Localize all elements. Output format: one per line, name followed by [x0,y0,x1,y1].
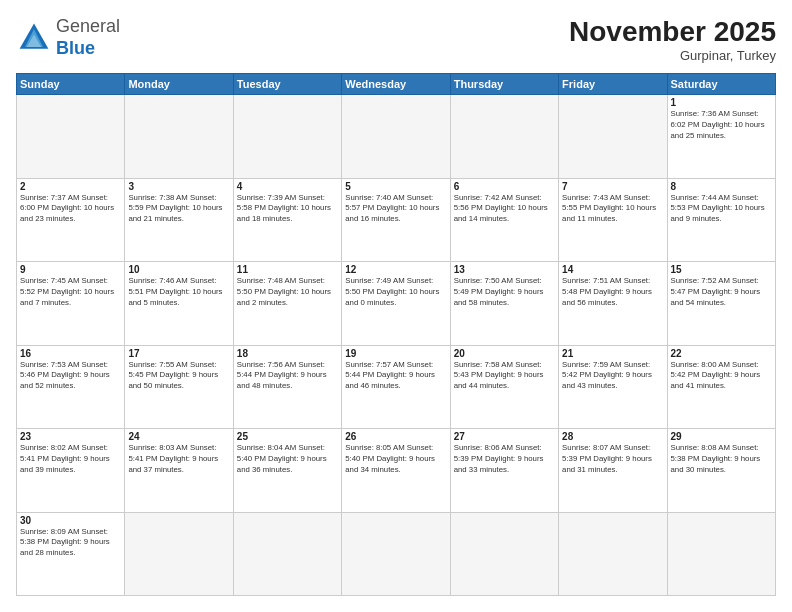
day-info: Sunrise: 7:55 AM Sunset: 5:45 PM Dayligh… [128,360,229,393]
day-number: 29 [671,431,772,442]
calendar-cell [559,95,667,179]
day-number: 7 [562,181,663,192]
day-number: 9 [20,264,121,275]
day-number: 6 [454,181,555,192]
logo-icon [16,20,52,56]
day-number: 21 [562,348,663,359]
calendar-cell: 19Sunrise: 7:57 AM Sunset: 5:44 PM Dayli… [342,345,450,429]
calendar-cell [233,95,341,179]
day-number: 13 [454,264,555,275]
day-info: Sunrise: 7:50 AM Sunset: 5:49 PM Dayligh… [454,276,555,309]
calendar-week-row: 9Sunrise: 7:45 AM Sunset: 5:52 PM Daylig… [17,262,776,346]
calendar-cell: 22Sunrise: 8:00 AM Sunset: 5:42 PM Dayli… [667,345,775,429]
calendar-cell [559,512,667,596]
day-info: Sunrise: 7:59 AM Sunset: 5:42 PM Dayligh… [562,360,663,393]
day-number: 5 [345,181,446,192]
title-block: November 2025 Gurpinar, Turkey [569,16,776,63]
day-number: 3 [128,181,229,192]
day-info: Sunrise: 8:05 AM Sunset: 5:40 PM Dayligh… [345,443,446,476]
day-number: 19 [345,348,446,359]
page: General Blue November 2025 Gurpinar, Tur… [0,0,792,612]
day-number: 14 [562,264,663,275]
day-number: 11 [237,264,338,275]
calendar-cell: 28Sunrise: 8:07 AM Sunset: 5:39 PM Dayli… [559,429,667,513]
day-number: 24 [128,431,229,442]
calendar-day-header: Wednesday [342,74,450,95]
calendar-week-row: 16Sunrise: 7:53 AM Sunset: 5:46 PM Dayli… [17,345,776,429]
day-info: Sunrise: 7:46 AM Sunset: 5:51 PM Dayligh… [128,276,229,309]
day-number: 23 [20,431,121,442]
day-info: Sunrise: 8:06 AM Sunset: 5:39 PM Dayligh… [454,443,555,476]
calendar-header-row: SundayMondayTuesdayWednesdayThursdayFrid… [17,74,776,95]
day-info: Sunrise: 7:39 AM Sunset: 5:58 PM Dayligh… [237,193,338,226]
calendar-cell [125,512,233,596]
calendar-cell [17,95,125,179]
day-number: 20 [454,348,555,359]
day-number: 26 [345,431,446,442]
day-info: Sunrise: 7:56 AM Sunset: 5:44 PM Dayligh… [237,360,338,393]
calendar-day-header: Saturday [667,74,775,95]
day-number: 12 [345,264,446,275]
day-number: 8 [671,181,772,192]
day-info: Sunrise: 7:53 AM Sunset: 5:46 PM Dayligh… [20,360,121,393]
day-number: 10 [128,264,229,275]
calendar-cell [450,95,558,179]
day-info: Sunrise: 7:51 AM Sunset: 5:48 PM Dayligh… [562,276,663,309]
day-number: 16 [20,348,121,359]
day-number: 18 [237,348,338,359]
day-number: 22 [671,348,772,359]
calendar-week-row: 23Sunrise: 8:02 AM Sunset: 5:41 PM Dayli… [17,429,776,513]
day-info: Sunrise: 7:38 AM Sunset: 5:59 PM Dayligh… [128,193,229,226]
calendar-cell: 16Sunrise: 7:53 AM Sunset: 5:46 PM Dayli… [17,345,125,429]
calendar-day-header: Monday [125,74,233,95]
calendar-cell: 26Sunrise: 8:05 AM Sunset: 5:40 PM Dayli… [342,429,450,513]
calendar-cell: 2Sunrise: 7:37 AM Sunset: 6:00 PM Daylig… [17,178,125,262]
day-info: Sunrise: 7:57 AM Sunset: 5:44 PM Dayligh… [345,360,446,393]
calendar-cell: 5Sunrise: 7:40 AM Sunset: 5:57 PM Daylig… [342,178,450,262]
calendar-cell: 25Sunrise: 8:04 AM Sunset: 5:40 PM Dayli… [233,429,341,513]
day-info: Sunrise: 7:44 AM Sunset: 5:53 PM Dayligh… [671,193,772,226]
calendar-cell: 29Sunrise: 8:08 AM Sunset: 5:38 PM Dayli… [667,429,775,513]
calendar-cell: 11Sunrise: 7:48 AM Sunset: 5:50 PM Dayli… [233,262,341,346]
day-info: Sunrise: 7:58 AM Sunset: 5:43 PM Dayligh… [454,360,555,393]
calendar-day-header: Tuesday [233,74,341,95]
calendar-cell: 15Sunrise: 7:52 AM Sunset: 5:47 PM Dayli… [667,262,775,346]
day-info: Sunrise: 7:36 AM Sunset: 6:02 PM Dayligh… [671,109,772,142]
calendar-week-row: 1Sunrise: 7:36 AM Sunset: 6:02 PM Daylig… [17,95,776,179]
calendar-day-header: Thursday [450,74,558,95]
calendar-cell: 10Sunrise: 7:46 AM Sunset: 5:51 PM Dayli… [125,262,233,346]
day-info: Sunrise: 8:09 AM Sunset: 5:38 PM Dayligh… [20,527,121,560]
calendar-cell: 13Sunrise: 7:50 AM Sunset: 5:49 PM Dayli… [450,262,558,346]
day-info: Sunrise: 7:40 AM Sunset: 5:57 PM Dayligh… [345,193,446,226]
header: General Blue November 2025 Gurpinar, Tur… [16,16,776,63]
day-info: Sunrise: 7:52 AM Sunset: 5:47 PM Dayligh… [671,276,772,309]
day-number: 15 [671,264,772,275]
day-info: Sunrise: 7:45 AM Sunset: 5:52 PM Dayligh… [20,276,121,309]
calendar-cell: 30Sunrise: 8:09 AM Sunset: 5:38 PM Dayli… [17,512,125,596]
day-info: Sunrise: 8:02 AM Sunset: 5:41 PM Dayligh… [20,443,121,476]
day-info: Sunrise: 7:37 AM Sunset: 6:00 PM Dayligh… [20,193,121,226]
calendar-cell: 9Sunrise: 7:45 AM Sunset: 5:52 PM Daylig… [17,262,125,346]
calendar-cell: 1Sunrise: 7:36 AM Sunset: 6:02 PM Daylig… [667,95,775,179]
calendar-cell: 14Sunrise: 7:51 AM Sunset: 5:48 PM Dayli… [559,262,667,346]
logo: General Blue [16,16,120,59]
day-info: Sunrise: 8:03 AM Sunset: 5:41 PM Dayligh… [128,443,229,476]
month-title: November 2025 [569,16,776,48]
calendar-week-row: 30Sunrise: 8:09 AM Sunset: 5:38 PM Dayli… [17,512,776,596]
logo-text: General Blue [56,16,120,59]
calendar-cell [450,512,558,596]
day-number: 30 [20,515,121,526]
calendar-table: SundayMondayTuesdayWednesdayThursdayFrid… [16,73,776,596]
calendar-day-header: Sunday [17,74,125,95]
calendar-cell [125,95,233,179]
calendar-cell: 23Sunrise: 8:02 AM Sunset: 5:41 PM Dayli… [17,429,125,513]
day-info: Sunrise: 8:07 AM Sunset: 5:39 PM Dayligh… [562,443,663,476]
day-info: Sunrise: 8:04 AM Sunset: 5:40 PM Dayligh… [237,443,338,476]
calendar-cell: 27Sunrise: 8:06 AM Sunset: 5:39 PM Dayli… [450,429,558,513]
calendar-cell [342,95,450,179]
calendar-cell [233,512,341,596]
calendar-cell: 18Sunrise: 7:56 AM Sunset: 5:44 PM Dayli… [233,345,341,429]
day-number: 1 [671,97,772,108]
day-number: 27 [454,431,555,442]
day-number: 25 [237,431,338,442]
